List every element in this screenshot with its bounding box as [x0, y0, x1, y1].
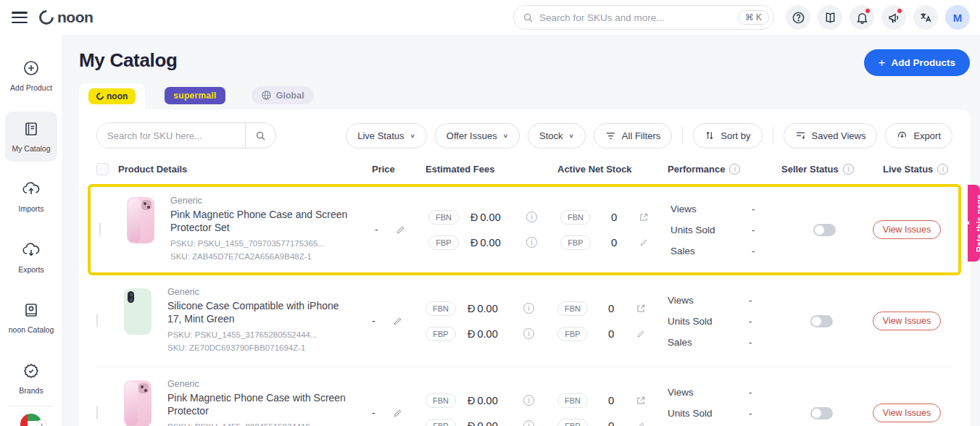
price-value: - — [372, 315, 375, 327]
edit-price-icon[interactable] — [393, 408, 403, 418]
menu-icon[interactable] — [12, 12, 28, 23]
global-search[interactable]: ⌘ K — [513, 5, 774, 30]
filter-live-status-label: Live Status — [357, 130, 404, 141]
saved-views-icon — [795, 130, 806, 141]
col-seller-status-label: Seller Status — [781, 164, 839, 175]
row-checkbox[interactable] — [99, 222, 101, 236]
notifications-button[interactable] — [850, 5, 874, 30]
sidebar-item-exports[interactable]: Exports — [5, 233, 57, 283]
export-button[interactable]: Export — [885, 123, 952, 149]
all-filters-button[interactable]: All Filters — [594, 123, 672, 149]
fbn-tag: FBN — [557, 393, 588, 408]
edit-price-icon[interactable] — [396, 225, 406, 235]
sku-search[interactable] — [96, 122, 276, 149]
sidebar-item-add-product[interactable]: Add Product — [5, 51, 57, 101]
stock-fbp-value: 0 — [608, 327, 614, 340]
col-live-status-label: Live Status — [883, 164, 933, 175]
dirham-symbol: Ð — [470, 212, 478, 223]
global-search-input[interactable] — [539, 12, 738, 23]
rate-page-tab[interactable]: ★ Rate this page — [968, 185, 980, 262]
info-icon[interactable]: i — [729, 164, 740, 175]
info-icon[interactable]: i — [526, 212, 537, 222]
info-icon[interactable]: i — [523, 328, 534, 339]
info-icon[interactable]: i — [937, 164, 948, 175]
sidebar-item-brands[interactable]: Brands — [5, 354, 57, 404]
edit-stock-icon[interactable] — [636, 329, 646, 338]
user-avatar[interactable]: M — [945, 5, 970, 30]
language-button[interactable] — [913, 5, 938, 30]
tab-global[interactable]: Global — [252, 86, 314, 104]
stock-fbn-value: 0 — [608, 394, 614, 406]
filter-live-status[interactable]: Live Status∨ — [346, 123, 427, 149]
product-psku: PSKU: PSKU_1455_31765280552444... — [167, 329, 349, 342]
seller-status-toggle[interactable] — [813, 224, 836, 236]
docs-button[interactable] — [818, 5, 842, 30]
country-selector[interactable]: › — [20, 414, 42, 426]
edit-stock-icon[interactable] — [639, 238, 649, 247]
stock-fbn-value: 0 — [608, 302, 614, 314]
fee-fbn-value: 0.00 — [477, 395, 497, 406]
view-issues-button[interactable]: View Issues — [873, 312, 941, 330]
fee-fbn-value: 0.00 — [480, 212, 500, 223]
product-sku: SKU: ZAB45D7E7CA2A656A9B48Z-1 — [170, 251, 352, 264]
announcements-button[interactable] — [881, 5, 906, 30]
tab-noon[interactable]: noon — [79, 83, 145, 109]
views-value: - — [749, 295, 752, 306]
product-title[interactable]: Pink Magnetic Phone Case with Screen Pro… — [167, 391, 349, 417]
view-issues-button[interactable]: View Issues — [873, 220, 941, 239]
price-value: - — [375, 224, 378, 235]
tab-supermall[interactable]: supermall — [165, 87, 225, 104]
edit-price-icon[interactable] — [393, 316, 403, 326]
seller-status-toggle[interactable] — [810, 315, 833, 327]
page-title: My Catalog — [79, 49, 178, 72]
view-issues-button[interactable]: View Issues — [873, 404, 941, 422]
table-header: Product Details Price Estimated Fees Act… — [96, 163, 952, 184]
book-icon — [823, 11, 837, 25]
filter-lines-icon — [605, 131, 616, 141]
info-icon[interactable]: i — [523, 303, 534, 314]
sku-search-button[interactable] — [245, 123, 275, 148]
dirham-symbol: Ð — [468, 303, 475, 314]
product-title[interactable]: Silicone Case Compatible with iPhone 17,… — [167, 299, 349, 325]
row-checkbox[interactable] — [96, 314, 98, 327]
sidebar-item-my-catalog[interactable]: My Catalog — [5, 112, 57, 162]
saved-views-button[interactable]: Saved Views — [784, 123, 878, 149]
product-image[interactable] — [118, 379, 157, 426]
logo-text: noon — [57, 9, 93, 26]
chevron-right-icon: › — [36, 419, 47, 426]
help-button[interactable] — [786, 5, 810, 30]
external-link-icon[interactable] — [636, 304, 646, 314]
filter-offer-issues-label: Offer Issues — [447, 130, 497, 141]
select-all-checkbox[interactable] — [96, 163, 109, 175]
product-image[interactable] — [121, 196, 160, 245]
external-link-icon[interactable] — [639, 212, 649, 222]
product-title[interactable]: Pink Magnetic Phone Case and Screen Prot… — [170, 208, 352, 234]
info-icon[interactable]: i — [526, 237, 537, 248]
noon-ring-icon — [36, 7, 57, 28]
sort-by-button[interactable]: Sort by — [693, 123, 762, 149]
sku-search-input[interactable] — [97, 123, 245, 148]
product-psku: PSKU: PSKU_1455_00045515034416... — [167, 421, 349, 426]
seller-status-toggle[interactable] — [810, 407, 833, 419]
filter-offer-issues[interactable]: Offer Issues∨ — [435, 123, 520, 149]
stock-fbp-value: 0 — [608, 419, 614, 426]
product-image[interactable] — [118, 287, 157, 336]
sidebar-item-noon-catalog[interactable]: noon Catalog — [5, 293, 57, 343]
rate-page-label: Rate this page — [976, 194, 980, 251]
info-icon[interactable]: i — [523, 420, 534, 426]
add-products-button[interactable]: + Add Products — [864, 49, 970, 76]
external-link-icon[interactable] — [636, 396, 646, 406]
dirham-symbol: Ð — [468, 328, 475, 340]
cloud-upload-icon — [22, 180, 41, 198]
info-icon[interactable]: i — [523, 395, 534, 406]
dirham-symbol: Ð — [468, 420, 475, 426]
sidebar-item-imports[interactable]: Imports — [5, 172, 57, 222]
catalog-book-icon — [22, 120, 40, 138]
info-icon[interactable]: i — [843, 164, 854, 175]
edit-stock-icon[interactable] — [636, 421, 646, 426]
dirham-symbol: Ð — [468, 395, 475, 406]
product-psku: PSKU: PSKU_1455_709703577175365... — [170, 238, 352, 251]
filter-stock[interactable]: Stock∨ — [528, 123, 586, 149]
row-checkbox[interactable] — [96, 406, 98, 419]
noon-logo[interactable]: noon — [39, 9, 93, 26]
